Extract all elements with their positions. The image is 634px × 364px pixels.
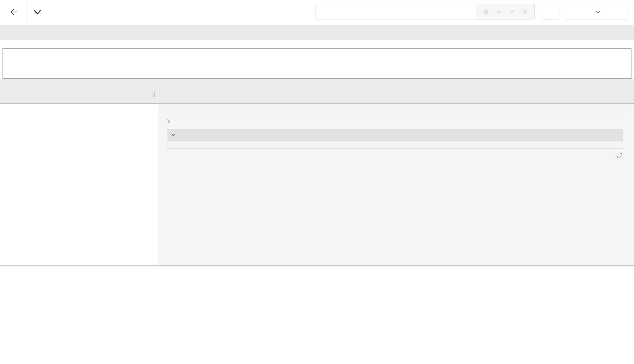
next-match-icon[interactable] (509, 8, 515, 15)
keyboard-shortcuts-button[interactable] (542, 4, 560, 19)
logs-footer-note (167, 141, 623, 148)
chevron-down-icon (596, 8, 600, 15)
column-divider[interactable] (158, 79, 158, 103)
trace-minimap (0, 40, 634, 79)
span-list (0, 104, 634, 364)
trace-timeline-page (0, 0, 634, 364)
find-suffix (476, 4, 534, 19)
span-id-row (167, 153, 623, 159)
focus-match-icon[interactable] (482, 8, 489, 15)
span-detail-block (0, 104, 634, 266)
tags-toggle[interactable] (167, 119, 178, 125)
top-bar (0, 0, 634, 25)
title-collapse-chevron-icon[interactable] (33, 10, 41, 15)
find-group (315, 4, 535, 19)
column-resizer-grip[interactable] (153, 92, 155, 97)
logs-section (167, 129, 623, 149)
minimap-canvas[interactable] (3, 48, 631, 79)
chevron-down-icon (171, 133, 176, 138)
detail-divider (167, 115, 623, 115)
trace-title-group (33, 0, 50, 25)
span-detail-card (158, 104, 634, 265)
prev-match-icon[interactable] (496, 8, 502, 15)
minimap-axis (3, 41, 631, 48)
trace-view-selector[interactable] (565, 4, 628, 19)
back-button[interactable] (0, 0, 28, 25)
arrow-left-icon (10, 8, 18, 17)
deep-link-icon[interactable] (617, 153, 623, 159)
grid-header (0, 79, 634, 104)
service-operation-header (0, 79, 158, 103)
span-detail-left-gutter (0, 104, 158, 265)
timeline-header (159, 79, 633, 103)
clear-search-icon[interactable] (522, 9, 528, 15)
find-input[interactable] (315, 4, 476, 19)
logs-toggle[interactable] (167, 129, 623, 141)
chevron-right-icon (167, 119, 171, 125)
tags-row (167, 119, 623, 125)
trace-metadata (0, 25, 634, 40)
